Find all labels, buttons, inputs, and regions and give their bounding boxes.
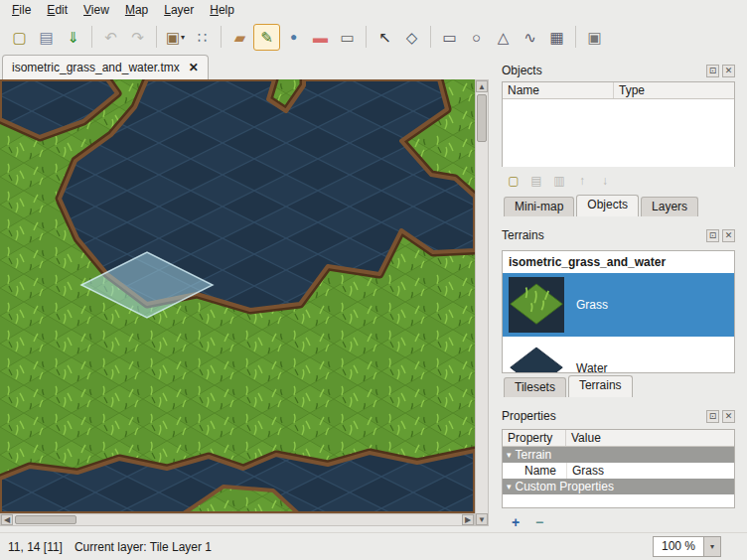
menu-file[interactable]: File	[4, 1, 39, 19]
stamp-brush-button[interactable]: ▰	[226, 24, 253, 51]
objects-column-type[interactable]: Type	[614, 82, 734, 98]
remove-property-button[interactable]: −	[531, 514, 547, 530]
duplicate-object-icon: ▤	[530, 174, 541, 188]
dock-tabs-top: Mini-map Objects Layers	[502, 195, 735, 216]
terrain-brush-button[interactable]: ✎	[253, 24, 280, 51]
tab-objects[interactable]: Objects	[576, 195, 639, 216]
terrain-brush-icon: ✎	[260, 30, 273, 45]
scroll-right-icon[interactable]: ▶	[462, 514, 474, 525]
new-map-button[interactable]: ▢	[6, 24, 33, 51]
raise-object-button[interactable]: ↑	[572, 171, 592, 191]
terrain-item-water[interactable]: Water	[503, 337, 734, 373]
insert-polygon-icon: △	[498, 30, 510, 45]
float-panel-button[interactable]: ⊡	[706, 65, 719, 77]
terrain-label: Water	[576, 361, 608, 373]
save-icon: ⇓	[67, 30, 79, 45]
zoom-value[interactable]: 100 %	[653, 536, 704, 557]
toolbar-separator	[366, 26, 367, 48]
bucket-fill-button[interactable]: ●	[280, 24, 307, 51]
property-group-terrain[interactable]: ▾ Terrain	[503, 447, 734, 463]
redo-button[interactable]: ↷	[124, 24, 151, 51]
group-label: Terrain	[516, 448, 552, 462]
objects-toolbar: ▢ ▤ ▥ ↑ ↓	[502, 169, 735, 193]
tab-layers[interactable]: Layers	[641, 197, 698, 216]
vertical-scroll-thumb[interactable]	[477, 94, 487, 142]
open-button[interactable]: ▤	[33, 24, 60, 51]
map-canvas[interactable]	[0, 79, 475, 513]
select-objects-button[interactable]: ↖	[372, 24, 398, 51]
remove-object-button[interactable]: ▥	[549, 171, 569, 191]
property-row-name[interactable]: Name Grass	[503, 463, 734, 479]
menu-view[interactable]: View	[75, 1, 117, 19]
horizontal-scroll-thumb[interactable]	[15, 515, 76, 524]
objects-list-body[interactable]	[503, 99, 734, 167]
properties-column-property[interactable]: Property	[503, 430, 566, 446]
rectangular-select-button[interactable]: ▭	[334, 24, 361, 51]
scroll-up-icon[interactable]: ▲	[476, 80, 488, 92]
save-button[interactable]: ⇓	[60, 24, 86, 51]
dropdown-caret-icon: ▾	[181, 33, 185, 42]
menu-edit[interactable]: Edit	[39, 1, 75, 19]
document-tab-label: isometric_grass_and_water.tmx	[12, 61, 180, 74]
edit-polygons-button[interactable]: ◇	[398, 24, 425, 51]
toolbar-separator	[575, 26, 576, 48]
objects-column-name[interactable]: Name	[503, 82, 614, 98]
lower-object-icon: ↓	[602, 174, 608, 188]
property-value[interactable]: Grass	[566, 463, 734, 479]
vertical-scrollbar[interactable]: ▲ ▼	[475, 79, 489, 526]
menubar: File Edit View Map Layer Help	[0, 0, 747, 20]
insert-ellipse-button[interactable]: ○	[463, 24, 490, 51]
new-file-icon: ▢	[12, 30, 26, 45]
menu-help[interactable]: Help	[202, 1, 242, 19]
tab-close-icon[interactable]: ✕	[189, 61, 199, 74]
objects-list: Name Type	[502, 81, 735, 167]
insert-rectangle-button[interactable]: ▭	[436, 24, 463, 51]
insert-tile-icon: ▦	[549, 30, 563, 45]
insert-tile-button[interactable]: ▦	[543, 24, 570, 51]
eraser-button[interactable]: ▬	[307, 24, 334, 51]
menu-map[interactable]: Map	[117, 1, 156, 19]
add-object-icon: ▢	[508, 174, 519, 188]
lower-object-button[interactable]: ↓	[595, 171, 615, 191]
insert-image-icon: ▣	[587, 30, 601, 45]
property-group-custom[interactable]: ▾ Custom Properties	[503, 479, 734, 494]
menu-layer[interactable]: Layer	[156, 1, 202, 19]
document-tab[interactable]: isometric_grass_and_water.tmx ✕	[2, 55, 209, 79]
current-layer-label: Current layer: Tile Layer 1	[75, 540, 212, 554]
properties-panel-title: Properties ⊡ ✕	[502, 407, 735, 425]
insert-polyline-button[interactable]: ∿	[517, 24, 543, 51]
add-object-button[interactable]: ▢	[504, 171, 523, 191]
terrains-panel-title: Terrains ⊡ ✕	[502, 226, 735, 244]
toolbar-separator	[430, 26, 431, 48]
raise-object-icon: ↑	[579, 174, 585, 188]
tab-mini-map[interactable]: Mini-map	[504, 197, 574, 216]
select-objects-icon: ↖	[378, 30, 391, 45]
close-panel-button[interactable]: ✕	[722, 65, 735, 77]
float-panel-button[interactable]: ⊡	[706, 229, 719, 242]
random-mode-button[interactable]: ∷	[189, 24, 216, 51]
insert-image-button[interactable]: ▣	[581, 24, 608, 51]
terrain-item-grass[interactable]: Grass	[503, 273, 734, 337]
insert-polygon-button[interactable]: △	[490, 24, 517, 51]
property-name: Name	[503, 463, 566, 479]
horizontal-scrollbar[interactable]: ◀ ▶	[0, 513, 475, 526]
stamp-presets-button[interactable]: ▣▾	[162, 24, 189, 51]
terrains-list: isometric_grass_and_water Grass Water	[502, 250, 735, 373]
zoom-combo[interactable]: 100 % ▾	[653, 536, 721, 557]
close-panel-button[interactable]: ✕	[722, 410, 735, 423]
zoom-dropdown-button[interactable]: ▾	[704, 536, 721, 557]
duplicate-object-button[interactable]: ▤	[526, 171, 546, 191]
float-panel-button[interactable]: ⊡	[706, 410, 719, 423]
tab-tilesets[interactable]: Tilesets	[504, 377, 566, 397]
terrain-label: Grass	[576, 298, 608, 312]
properties-column-value[interactable]: Value	[566, 430, 734, 446]
scroll-left-icon[interactable]: ◀	[1, 514, 13, 525]
tab-terrains[interactable]: Terrains	[568, 375, 633, 397]
close-panel-button[interactable]: ✕	[722, 229, 735, 242]
chevron-down-icon: ▾	[710, 542, 714, 551]
add-property-button[interactable]: +	[508, 514, 523, 530]
stamp-presets-icon: ▣	[166, 30, 180, 45]
scroll-down-icon[interactable]: ▼	[476, 513, 488, 525]
dock-panel: Objects ⊡ ✕ Name Type ▢ ▤ ▥ ↑ ↓ Mini-map…	[494, 56, 741, 532]
undo-button[interactable]: ↶	[97, 24, 124, 51]
